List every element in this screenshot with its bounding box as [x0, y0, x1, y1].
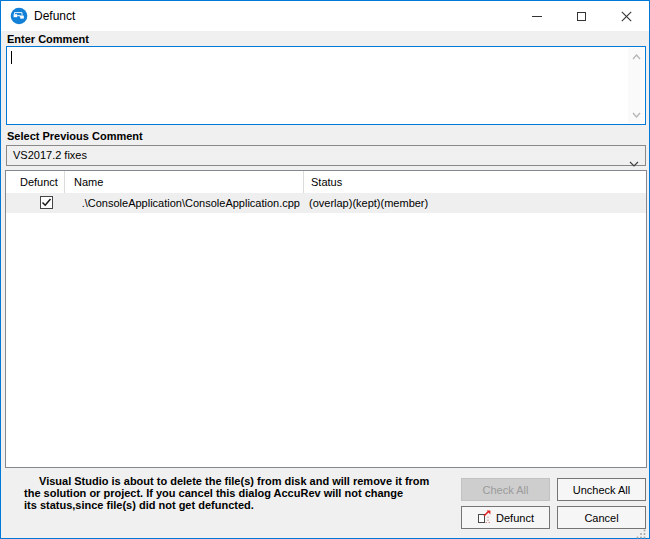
scroll-up-button[interactable] [628, 49, 644, 64]
chevron-down-icon [629, 153, 639, 171]
comment-input[interactable] [6, 46, 646, 125]
check-all-label: Check All [483, 484, 529, 496]
defunct-button[interactable]: Defunct [461, 506, 550, 529]
defunct-icon [477, 510, 492, 525]
resize-grip[interactable] [636, 525, 646, 535]
close-button[interactable] [604, 1, 649, 31]
uncheck-all-button[interactable]: Uncheck All [557, 478, 646, 501]
warning-line-2: the solution or project. If you cancel t… [24, 487, 462, 499]
previous-comment-select[interactable]: VS2017.2 fixes [6, 145, 646, 166]
cancel-label: Cancel [584, 512, 618, 524]
file-name-cell: .\ConsoleApplication\ConsoleApplication.… [66, 193, 300, 213]
minimize-icon [532, 16, 542, 17]
text-caret [11, 51, 12, 64]
chevron-up-icon [632, 54, 641, 60]
maximize-button[interactable] [559, 1, 604, 31]
screen: Defunct Enter Comment [0, 0, 650, 539]
table-row[interactable]: .\ConsoleApplication\ConsoleApplication.… [6, 193, 646, 213]
warning-line-3: its status,since file(s) did not get def… [24, 499, 462, 511]
maximize-icon [577, 12, 586, 21]
uncheck-all-label: Uncheck All [573, 484, 630, 496]
file-table: Defunct Name Status .\ConsoleApplication… [5, 170, 647, 468]
enter-comment-label: Enter Comment [7, 33, 89, 45]
cancel-button[interactable]: Cancel [557, 506, 646, 529]
warning-message: Visual Studio is about to delete the fil… [24, 475, 462, 511]
check-all-button[interactable]: Check All [461, 478, 550, 501]
file-status-cell: (overlap)(kept)(member) [309, 193, 642, 213]
accurev-app-icon [10, 7, 28, 25]
minimize-button[interactable] [514, 1, 559, 31]
previous-comment-value: VS2017.2 fixes [13, 146, 87, 165]
defunct-checkbox[interactable] [40, 196, 53, 209]
chevron-down-icon [632, 112, 641, 118]
table-header: Defunct Name Status [6, 171, 646, 194]
column-header-defunct[interactable]: Defunct [6, 171, 65, 193]
checkmark-icon [41, 197, 52, 208]
column-header-name[interactable]: Name [66, 171, 304, 193]
defunct-dialog: Defunct Enter Comment [0, 0, 650, 539]
title-bar[interactable]: Defunct [1, 1, 649, 31]
column-header-status[interactable]: Status [305, 171, 646, 193]
defunct-label: Defunct [496, 512, 534, 524]
previous-comment-label: Select Previous Comment [7, 130, 143, 142]
close-icon [621, 11, 632, 22]
comment-scrollbar[interactable] [628, 48, 644, 123]
scroll-down-button[interactable] [628, 107, 644, 122]
warning-line-1: Visual Studio is about to delete the fil… [24, 475, 462, 487]
window-title: Defunct [34, 1, 75, 31]
